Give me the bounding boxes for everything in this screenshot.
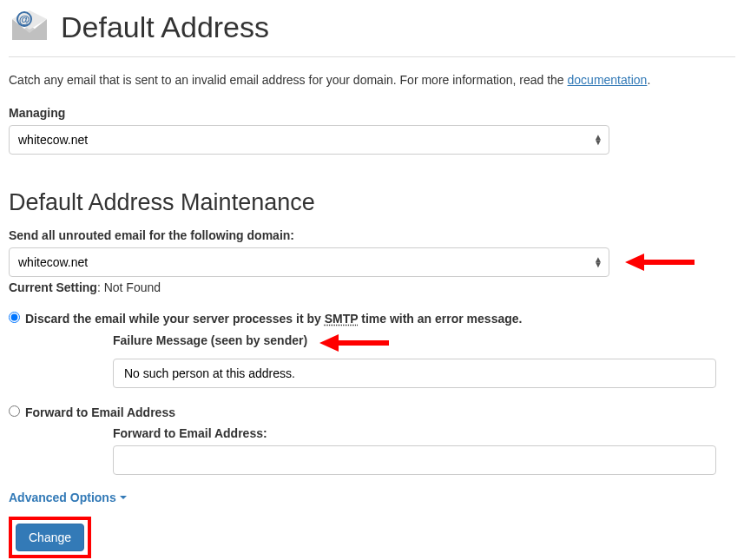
discard-radio-row: Discard the email while your server proc… bbox=[9, 310, 735, 326]
forward-sub-label: Forward to Email Address: bbox=[113, 426, 735, 440]
forward-label: Forward to Email Address bbox=[25, 405, 175, 419]
domain-select[interactable]: whitecow.net bbox=[9, 247, 609, 277]
smtp-abbr: SMTP bbox=[325, 312, 359, 326]
managing-select[interactable]: whitecow.net bbox=[9, 125, 609, 155]
documentation-link[interactable]: documentation bbox=[568, 73, 648, 87]
current-setting-value: : Not Found bbox=[97, 280, 161, 294]
email-icon: @ bbox=[9, 9, 50, 46]
svg-marker-8 bbox=[319, 334, 339, 352]
maintenance-title: Default Address Maintenance bbox=[9, 189, 735, 216]
forward-radio[interactable] bbox=[9, 405, 20, 417]
svg-text:@: @ bbox=[19, 13, 30, 26]
managing-section: Managing whitecow.net ▲▼ bbox=[9, 106, 609, 155]
current-setting-label: Current Setting bbox=[9, 280, 97, 294]
intro-text: Catch any email that is sent to an inval… bbox=[9, 73, 735, 87]
page-header: @ Default Address bbox=[9, 9, 735, 57]
intro-suffix: . bbox=[647, 73, 650, 87]
arrow-left-icon bbox=[319, 333, 389, 353]
managing-label: Managing bbox=[9, 106, 609, 120]
current-setting: Current Setting: Not Found bbox=[9, 280, 735, 294]
forward-radio-row: Forward to Email Address bbox=[9, 404, 735, 419]
arrow-left-icon bbox=[625, 252, 695, 273]
discard-radio[interactable] bbox=[9, 312, 20, 323]
failure-block: Failure Message (seen by sender) bbox=[113, 333, 735, 388]
page-title: Default Address bbox=[61, 10, 269, 44]
caret-down-icon bbox=[120, 496, 127, 499]
failure-message-input[interactable] bbox=[113, 359, 716, 388]
change-button[interactable]: Change bbox=[16, 524, 84, 551]
domain-label: Send all unrouted email for the followin… bbox=[9, 228, 735, 242]
advanced-options-toggle[interactable]: Advanced Options bbox=[9, 491, 127, 504]
svg-marker-6 bbox=[625, 254, 644, 271]
intro-prefix: Catch any email that is sent to an inval… bbox=[9, 73, 568, 87]
forward-block: Forward to Email Address: bbox=[113, 426, 735, 475]
change-button-highlight: Change bbox=[9, 517, 91, 558]
failure-label: Failure Message (seen by sender) bbox=[113, 333, 307, 347]
discard-label: Discard the email while your server proc… bbox=[25, 312, 522, 326]
advanced-label: Advanced Options bbox=[9, 491, 116, 504]
forward-email-input[interactable] bbox=[113, 445, 716, 475]
